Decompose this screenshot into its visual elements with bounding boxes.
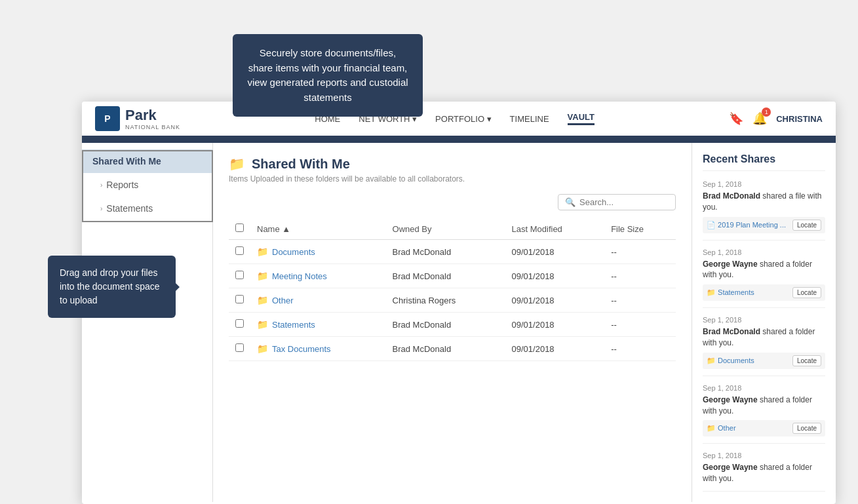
table-row: 📁Statements Brad McDonald 09/01/2018 -- xyxy=(229,313,676,337)
search-icon: 🔍 xyxy=(565,197,575,207)
logo-subtext: NATIONAL BANK xyxy=(125,124,180,130)
page-subtitle: Items Uploaded in these folders will be … xyxy=(229,174,676,184)
share-item: 📁 Documents Locate xyxy=(703,353,825,369)
last-modified-cell: 09/01/2018 xyxy=(505,264,605,288)
row-checkbox[interactable] xyxy=(235,319,244,328)
main-content: 📁 Shared With Me Items Uploaded in these… xyxy=(213,143,692,502)
search-input[interactable] xyxy=(579,197,669,207)
locate-button[interactable]: Locate xyxy=(792,423,821,434)
file-table: Name ▲ Owned By Last Modified File Size … xyxy=(229,218,676,361)
last-modified-cell: 09/01/2018 xyxy=(505,240,605,264)
owned-by-cell: Brad McDonald xyxy=(386,240,505,264)
share-entry: Sep 1, 2018 George Wayne shared a folder… xyxy=(703,248,825,309)
owned-by-cell: Christina Rogers xyxy=(386,288,505,313)
logo-area: P Park NATIONAL BANK xyxy=(95,106,180,131)
row-checkbox[interactable] xyxy=(235,295,244,303)
folder-link[interactable]: 📁Statements xyxy=(257,319,380,330)
locate-button[interactable]: Locate xyxy=(792,355,821,366)
right-panel: Recent Shares Sep 1, 2018 Brad McDonald … xyxy=(692,143,836,502)
file-size-cell: -- xyxy=(604,288,676,313)
folder-icon-sm: 📁 xyxy=(257,246,268,257)
search-input-wrap: 🔍 xyxy=(558,194,676,210)
folder-icon-large: 📁 xyxy=(229,156,245,172)
recent-shares-title: Recent Shares xyxy=(703,153,825,171)
notification-bell[interactable]: 🔔 1 xyxy=(752,111,767,126)
table-row: 📁Meeting Notes Brad McDonald 09/01/2018 … xyxy=(229,264,676,288)
share-divider xyxy=(703,240,825,241)
folder-icon-sm: 📁 xyxy=(257,295,268,305)
owned-by-cell: Brad McDonald xyxy=(386,313,505,337)
nav-right: 🔖 🔔 1 CHRISTINA xyxy=(729,111,823,126)
page-header: 📁 Shared With Me xyxy=(229,156,676,172)
folder-link[interactable]: 📁Tax Documents xyxy=(257,343,380,354)
share-entry: Sep 1, 2018 George Wayne shared a folder… xyxy=(703,452,825,492)
col-last-modified: Last Modified xyxy=(505,218,605,240)
folder-link[interactable]: 📁Other xyxy=(257,295,380,305)
share-item: 📁 Statements Locate xyxy=(703,284,825,301)
dark-bar xyxy=(82,138,836,143)
drag-tooltip-text: Drag and drop your files into the docume… xyxy=(60,267,160,305)
last-modified-cell: 09/01/2018 xyxy=(505,313,605,337)
table-row: 📁Documents Brad McDonald 09/01/2018 -- xyxy=(229,240,676,264)
folder-link[interactable]: 📁Meeting Notes xyxy=(257,271,380,281)
row-checkbox[interactable] xyxy=(235,343,244,352)
tooltip-text: Securely store documents/files, share it… xyxy=(247,47,408,103)
user-name[interactable]: CHRISTINA xyxy=(776,114,823,124)
shares-container: Sep 1, 2018 Brad McDonald shared a file … xyxy=(703,180,825,492)
last-modified-cell: 09/01/2018 xyxy=(505,337,605,361)
owned-by-cell: Brad McDonald xyxy=(386,337,505,361)
notification-badge: 1 xyxy=(762,107,771,117)
share-entry: Sep 1, 2018 Brad McDonald shared a file … xyxy=(703,180,825,241)
share-item-name: 📁 Statements xyxy=(707,288,754,297)
share-date: Sep 1, 2018 xyxy=(703,316,825,324)
row-checkbox[interactable] xyxy=(235,271,244,279)
svg-text:P: P xyxy=(104,113,110,124)
folder-icon-sm: 📁 xyxy=(257,271,268,281)
share-divider xyxy=(703,491,825,492)
nav-portfolio[interactable]: PORTFOLIO ▾ xyxy=(435,114,492,124)
logo-name: Park xyxy=(125,107,180,124)
page-title: Shared With Me xyxy=(252,157,350,172)
file-size-cell: -- xyxy=(604,264,676,288)
share-divider xyxy=(703,307,825,308)
logo-icon: P xyxy=(95,106,120,131)
owned-by-cell: Brad McDonald xyxy=(386,264,505,288)
bookmark-icon[interactable]: 🔖 xyxy=(729,111,743,126)
locate-button[interactable]: Locate xyxy=(792,287,821,298)
col-owned-by: Owned By xyxy=(386,218,505,240)
share-item-name: 📁 Other xyxy=(707,424,736,433)
share-text: George Wayne shared a folder with you. xyxy=(703,462,825,484)
select-all-checkbox[interactable] xyxy=(235,223,244,232)
sidebar-highlight-box xyxy=(82,150,213,222)
nav-vault[interactable]: VAULT xyxy=(568,112,595,125)
locate-button[interactable]: Locate xyxy=(792,220,821,231)
share-item-name: 📁 Documents xyxy=(707,357,754,365)
logo-text-area: Park NATIONAL BANK xyxy=(125,107,180,130)
file-size-cell: -- xyxy=(604,240,676,264)
share-text: Brad McDonald shared a file with you. xyxy=(703,191,825,213)
share-entry: Sep 1, 2018 George Wayne shared a folder… xyxy=(703,384,825,444)
share-date: Sep 1, 2018 xyxy=(703,180,825,188)
share-date: Sep 1, 2018 xyxy=(703,248,825,256)
drag-drop-tooltip: Drag and drop your files into the docume… xyxy=(48,256,176,318)
share-text: George Wayne shared a folder with you. xyxy=(703,259,825,281)
share-divider xyxy=(703,376,825,376)
share-date: Sep 1, 2018 xyxy=(703,452,825,459)
nav-timeline[interactable]: TIMELINE xyxy=(510,114,549,124)
share-item: 📄 2019 Plan Meeting ... Locate xyxy=(703,217,825,233)
row-checkbox[interactable] xyxy=(235,246,244,255)
folder-icon-sm: 📁 xyxy=(257,319,268,330)
folder-link[interactable]: 📁Documents xyxy=(257,246,380,257)
col-file-size: File Size xyxy=(604,218,676,240)
table-row: 📁Other Christina Rogers 09/01/2018 -- xyxy=(229,288,676,313)
share-item-name: 📄 2019 Plan Meeting ... xyxy=(707,221,786,229)
share-divider xyxy=(703,443,825,444)
share-text: George Wayne shared a folder with you. xyxy=(703,395,825,417)
last-modified-cell: 09/01/2018 xyxy=(505,288,605,313)
navbar: P Park NATIONAL BANK HOME NET WORTH ▾ PO… xyxy=(82,102,836,138)
table-row: 📁Tax Documents Brad McDonald 09/01/2018 … xyxy=(229,337,676,361)
folder-icon-sm: 📁 xyxy=(257,343,268,354)
col-name: Name ▲ xyxy=(250,218,386,240)
feature-tooltip: Securely store documents/files, share it… xyxy=(233,34,423,117)
file-size-cell: -- xyxy=(604,313,676,337)
